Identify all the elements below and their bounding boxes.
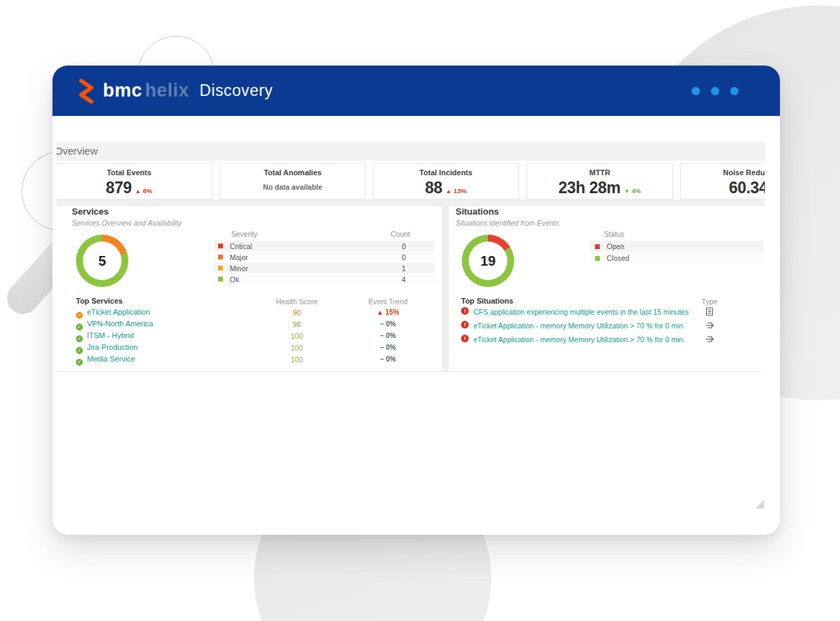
severity-col-header: Severity (231, 230, 257, 238)
kpi-label: MTTR (527, 168, 672, 177)
brand-logo: bmc helix Discovery (76, 79, 273, 103)
health-score: 90 (264, 308, 330, 317)
top-situations-title: Top Situations (461, 297, 514, 305)
trend-up-icon: ▲ (377, 308, 384, 316)
situations-donut-chart: 19 (462, 235, 514, 287)
resize-handle[interactable] (755, 500, 764, 509)
health-score: 98 (264, 320, 330, 328)
ok-status-icon: ✓ (76, 347, 83, 354)
trend-up-icon: ▲ (446, 188, 451, 195)
ok-status-icon: ✓ (76, 324, 83, 331)
kpi-card-total-incidents: Total Incidents 88 ▲ 13% (373, 163, 519, 199)
situation-link[interactable]: CFS application experiencing multiple ev… (473, 308, 689, 316)
header-menu-dots[interactable] (692, 87, 739, 95)
brand-helix: helix (145, 80, 189, 101)
count-col-header: Count (391, 230, 410, 238)
ok-status-icon: ✓ (76, 359, 83, 366)
menu-dot-icon[interactable] (730, 87, 739, 95)
health-score-header: Health Score (264, 297, 330, 306)
menu-dot-icon[interactable] (692, 87, 700, 95)
kpi-card-noise-reduction: Noise Reduction 60.34 % (680, 163, 765, 199)
situation-type-policy-icon (692, 334, 727, 346)
severity-count: 1 (393, 264, 414, 273)
status-row-closed: Closed (590, 253, 763, 264)
situation-type-policy-icon (692, 320, 727, 333)
status-row-open: Open (590, 241, 763, 252)
status-col-header: Status (604, 230, 625, 238)
kpi-card-total-events: Total Events 879 ▲ 6% (57, 163, 213, 199)
severity-label: Minor (230, 264, 248, 273)
situations-subtitle: Situations identified from Events (456, 219, 559, 227)
kpi-trend: ▲ 13% (446, 187, 467, 195)
trend-flat-icon: – (380, 344, 384, 351)
event-trend: – 0% (355, 344, 421, 351)
dashboard-viewport: Overview Total Events 879 ▲ 6% Total Ano… (57, 141, 765, 373)
service-link[interactable]: VPN-North America (87, 319, 153, 328)
overview-band (57, 141, 765, 161)
situations-title: Situations (456, 206, 499, 217)
status-label: Closed (607, 254, 629, 262)
severity-row-critical: Critical 0 (214, 241, 435, 251)
service-link[interactable]: Media Service (87, 355, 135, 363)
status-label: Open (607, 242, 625, 250)
service-row: ✓ (76, 342, 83, 352)
trend-down-icon: ▼ (624, 188, 629, 195)
services-donut-chart: 5 (76, 235, 128, 287)
overview-heading: Overview (57, 141, 98, 161)
severity-count: 0 (393, 242, 414, 250)
trend-up-icon: ▲ (135, 188, 141, 195)
event-trend: – 0% (355, 332, 421, 339)
critical-swatch-icon (218, 244, 223, 248)
open-swatch-icon (595, 244, 600, 249)
situation-alert-icon: ! (461, 307, 469, 315)
event-trend: ▲ 15% (355, 308, 421, 316)
type-col-header: Type (692, 297, 727, 306)
trend-value: 0% (386, 332, 395, 339)
trend-flat-icon: – (380, 320, 384, 328)
top-services-title: Top Services (76, 297, 123, 305)
minor-status-icon: − (76, 312, 83, 319)
service-row: ✓ (76, 354, 83, 364)
kpi-trend: ▲ 6% (135, 187, 153, 195)
health-score: 100 (264, 355, 330, 364)
situations-donut-value: 19 (462, 235, 514, 287)
service-row: − (76, 307, 83, 317)
kpi-card-mttr: MTTR 23h 28m ▼ 4% (527, 163, 673, 199)
services-subtitle: Services Overview and Availability (72, 219, 182, 227)
event-trend-header: Event Trend (355, 297, 421, 306)
brand-bmc: bmc (103, 80, 142, 101)
severity-label: Major (230, 253, 248, 262)
service-row: ✓ (76, 319, 83, 328)
kpi-trend: ▼ 4% (624, 187, 641, 195)
menu-dot-icon[interactable] (711, 87, 719, 95)
service-row: ✓ (76, 331, 83, 340)
severity-row-ok: Ok 4 (214, 274, 435, 284)
ok-swatch-icon (218, 277, 223, 282)
panel-divider (443, 205, 448, 372)
severity-row-minor: Minor 1 (214, 263, 435, 273)
situation-link[interactable]: eTicket Application - memory Memory Util… (473, 335, 685, 344)
services-title: Services (72, 206, 109, 217)
kpi-empty-text: No data available (263, 183, 322, 191)
kpi-card-total-anomalies: Total Anomalies No data available (219, 163, 366, 199)
health-score: 100 (264, 332, 330, 340)
kpi-label: Total Events (57, 168, 212, 177)
severity-count: 0 (393, 253, 414, 262)
severity-label: Critical (230, 242, 252, 250)
trend-flat-icon: – (380, 332, 384, 339)
closed-swatch-icon (595, 256, 600, 261)
service-link[interactable]: Jira Production (87, 343, 137, 351)
health-score: 100 (264, 344, 330, 352)
bmc-logo-icon (76, 79, 97, 103)
severity-label: Ok (230, 275, 239, 284)
section-divider (57, 199, 765, 205)
trend-flat-icon: – (380, 355, 384, 363)
page: { "colors": { "header_bg": "#0b3a92", "l… (0, 0, 840, 621)
situation-alert-icon: ! (461, 321, 469, 328)
service-link[interactable]: ITSM - Hybrid (87, 331, 134, 339)
situation-link[interactable]: eTicket Application - memory Memory Util… (473, 322, 685, 330)
situation-type-event-list-icon (692, 306, 727, 319)
service-link[interactable]: eTicket Application (87, 308, 150, 316)
kpi-value: 879 (106, 179, 131, 197)
app-window: bmc helix Discovery Overview Total Event… (52, 66, 780, 535)
